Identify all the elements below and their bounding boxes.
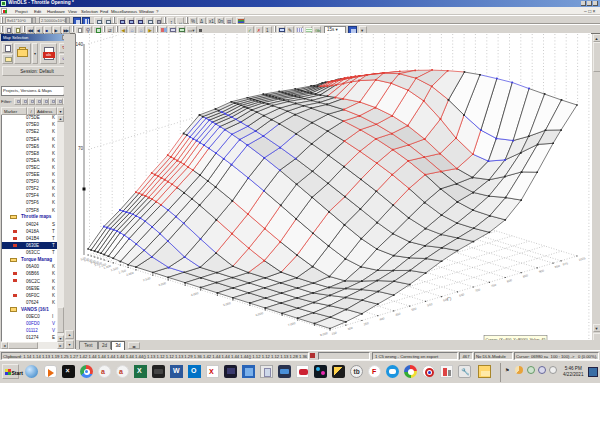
svg-text:140: 140 (76, 42, 84, 47)
svg-text:(*): (*) (447, 296, 452, 301)
svg-text:70: 70 (78, 146, 84, 151)
